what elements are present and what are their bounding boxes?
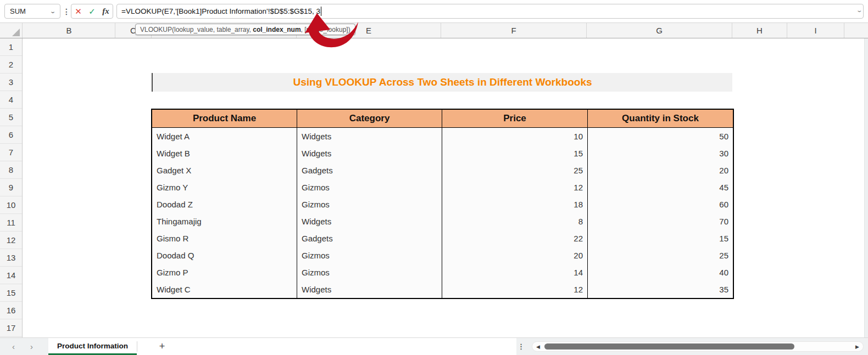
row-header-1[interactable]: 1 [0, 38, 22, 56]
table-cell[interactable]: 70 [588, 213, 733, 230]
column-header-F[interactable]: F [441, 23, 587, 38]
table-cell[interactable]: 25 [588, 247, 733, 264]
sheet-tab-bar: ‹ › Product Information + ⋮ ◀ ▶ [0, 337, 868, 355]
add-sheet-button[interactable]: + [137, 338, 187, 355]
formula-input[interactable]: =VLOOKUP(E7,'[Book1]Product Information'… [116, 4, 864, 19]
row-header-16[interactable]: 16 [0, 302, 22, 319]
row-header-15[interactable]: 15 [0, 284, 22, 302]
sheet-title-cell[interactable]: Using VLOOKUP Across Two Sheets in Diffe… [152, 73, 732, 92]
table-header-cell[interactable]: Product Name [152, 110, 297, 127]
table-cell[interactable]: 45 [588, 179, 733, 196]
table-cell[interactable]: Widgets [297, 213, 442, 230]
table-row: Gizmo YGizmos1245 [152, 179, 733, 196]
table-cell[interactable]: 35 [588, 281, 733, 298]
table-row: Widget BWidgets1530 [152, 145, 733, 162]
row-header-5[interactable]: 5 [0, 109, 22, 126]
select-all-corner[interactable] [0, 23, 23, 38]
formula-bar-expand-icon[interactable]: ⌄ [856, 7, 863, 13]
table-cell[interactable]: Gizmo Y [152, 179, 297, 196]
table-cell[interactable]: Gizmo P [152, 264, 297, 281]
table-cell[interactable]: 15 [442, 145, 587, 162]
table-cell[interactable]: Gadget X [152, 162, 297, 179]
table-cell[interactable]: 12 [442, 179, 587, 196]
table-cell[interactable]: 20 [442, 247, 587, 264]
table-cell[interactable]: Gizmos [297, 196, 442, 213]
table-row: Doodad QGizmos2025 [152, 247, 733, 264]
table-row: Doodad ZGizmos1860 [152, 196, 733, 213]
table-row: ThingamajigWidgets870 [152, 213, 733, 230]
row-header-3[interactable]: 3 [0, 74, 22, 91]
tooltip-highlighted-arg: col_index_num [253, 26, 301, 33]
table-cell[interactable]: Widget B [152, 145, 297, 162]
table-row: Widget AWidgets1050 [152, 128, 733, 145]
table-header-cell[interactable]: Quantity in Stock [588, 110, 733, 127]
column-header-I[interactable]: I [787, 23, 844, 38]
table-cell[interactable]: Widget C [152, 281, 297, 298]
table-cell[interactable]: Gizmos [297, 179, 442, 196]
formula-bar-drag-handle[interactable]: ⋮ [63, 0, 70, 23]
table-cell[interactable]: Gizmos [297, 247, 442, 264]
table-cell[interactable]: Doodad Q [152, 247, 297, 264]
table-header-cell[interactable]: Category [297, 110, 442, 127]
previous-sheet-button[interactable]: ‹ [12, 338, 15, 355]
table-cell[interactable]: Widgets [297, 145, 442, 162]
table-cell[interactable]: 40 [588, 264, 733, 281]
formula-buttons: ✕ ✓ fx [71, 4, 113, 19]
table-cell[interactable]: 60 [588, 196, 733, 213]
table-header-cell[interactable]: Price [442, 110, 587, 127]
tab-product-information[interactable]: Product Information [48, 338, 137, 355]
row-header-17[interactable]: 17 [0, 319, 22, 337]
table-row: Gadget XGadgets2520 [152, 162, 733, 179]
table-cell[interactable]: 12 [442, 281, 587, 298]
table-cell[interactable]: Gadgets [297, 162, 442, 179]
scrollbar-thumb[interactable] [544, 343, 794, 350]
row-header-9[interactable]: 9 [0, 179, 22, 196]
column-header-B[interactable]: B [23, 23, 115, 38]
sheet-title: Using VLOOKUP Across Two Sheets in Diffe… [293, 76, 592, 88]
column-header-G[interactable]: G [587, 23, 732, 38]
scroll-right-icon[interactable]: ▶ [855, 342, 859, 351]
table-cell[interactable]: 25 [442, 162, 587, 179]
table-cell[interactable]: 30 [588, 145, 733, 162]
cancel-icon[interactable]: ✕ [75, 7, 82, 16]
table-cell[interactable]: 50 [588, 128, 733, 145]
row-header-2[interactable]: 2 [0, 56, 22, 74]
table-cell[interactable]: Doodad Z [152, 196, 297, 213]
table-cell[interactable]: 10 [442, 128, 587, 145]
table-cell[interactable]: 8 [442, 213, 587, 230]
row-header-11[interactable]: 11 [0, 214, 22, 232]
tooltip-text-before: VLOOKUP(lookup_value, table_array, [140, 26, 253, 33]
table-cell[interactable]: Widgets [297, 281, 442, 298]
row-header-14[interactable]: 14 [0, 267, 22, 284]
table-cell[interactable]: 15 [588, 230, 733, 247]
column-header-H[interactable]: H [732, 23, 787, 38]
enter-icon[interactable]: ✓ [88, 7, 96, 16]
table-cell[interactable]: Thingamajig [152, 213, 297, 230]
table-cell[interactable]: Gadgets [297, 230, 442, 247]
name-box[interactable]: SUM ⌄ [4, 4, 60, 19]
row-header-10[interactable]: 10 [0, 196, 22, 214]
row-header-12[interactable]: 12 [0, 232, 22, 249]
insert-function-icon[interactable]: fx [102, 7, 109, 16]
column-headers: BCDEFGHI [0, 23, 868, 38]
name-box-value: SUM [10, 7, 26, 15]
table-cell[interactable]: Widgets [297, 128, 442, 145]
formula-bar: SUM ⌄ ⋮ ✕ ✓ fx =VLOOKUP(E7,'[Book1]Produ… [0, 0, 868, 23]
row-header-8[interactable]: 8 [0, 161, 22, 179]
table-cell[interactable]: 22 [442, 230, 587, 247]
row-header-13[interactable]: 13 [0, 249, 22, 267]
tab-scrollbar-splitter[interactable]: ⋮ [518, 338, 525, 355]
vertical-scrollbar[interactable] [864, 38, 868, 337]
next-sheet-button[interactable]: › [30, 338, 33, 355]
table-cell[interactable]: 18 [442, 196, 587, 213]
row-header-7[interactable]: 7 [0, 144, 22, 161]
row-header-6[interactable]: 6 [0, 126, 22, 144]
scroll-left-icon[interactable]: ◀ [536, 342, 540, 351]
table-cell[interactable]: Widget A [152, 128, 297, 145]
table-cell[interactable]: Gismo R [152, 230, 297, 247]
table-cell[interactable]: Gizmos [297, 264, 442, 281]
table-cell[interactable]: 14 [442, 264, 587, 281]
table-cell[interactable]: 20 [588, 162, 733, 179]
horizontal-scrollbar[interactable]: ◀ ▶ [532, 341, 864, 352]
row-header-4[interactable]: 4 [0, 91, 22, 109]
